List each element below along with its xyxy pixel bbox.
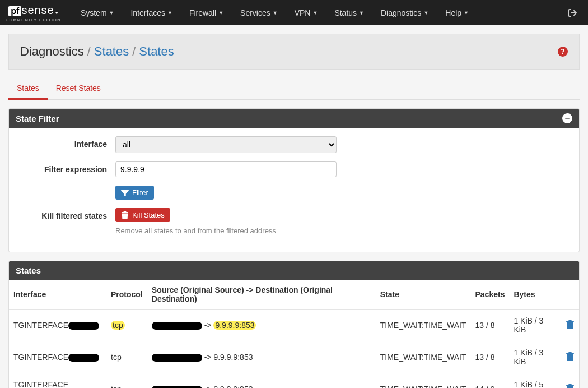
breadcrumb-separator: / (87, 44, 91, 59)
states-panel: States Interface Protocol Source (Origin… (8, 261, 580, 388)
table-row: TGINTERFACEtcp -> 9.9.9.9:853TIME_WAIT:T… (9, 310, 579, 341)
cell-actions (561, 373, 579, 389)
cell-bytes: 1 KiB / 5 KiB (509, 373, 561, 389)
logo-pf: pf (8, 6, 21, 16)
cell-protocol: tcp (106, 341, 147, 373)
filter-expression-input[interactable] (115, 161, 337, 177)
nav-item-status[interactable]: Status ▼ (326, 8, 372, 17)
nav-items: System ▼Interfaces ▼Firewall ▼Services ▼… (72, 8, 562, 17)
th-state: State (376, 280, 471, 310)
logo[interactable]: pf sense ● COMMUNITY EDITION (6, 4, 61, 22)
caret-icon: ▼ (312, 10, 318, 16)
nav-item-vpn[interactable]: VPN ▼ (286, 8, 326, 17)
caret-icon: ▼ (218, 10, 223, 16)
nav-item-system[interactable]: System ▼ (72, 8, 123, 17)
tab-reset-states[interactable]: Reset States (48, 78, 109, 99)
cell-bytes: 1 KiB / 3 KiB (509, 310, 561, 341)
filter-title: State Filter (16, 114, 59, 123)
states-tbody: TGINTERFACEtcp -> 9.9.9.9:853TIME_WAIT:T… (9, 310, 579, 389)
kill-states-button[interactable]: Kill States (115, 208, 170, 222)
breadcrumb: Diagnostics / States / States ? (8, 34, 580, 70)
nav-item-interfaces[interactable]: Interfaces ▼ (122, 8, 180, 17)
kill-label: Kill filtered states (20, 208, 115, 220)
breadcrumb-link-states[interactable]: States (94, 44, 129, 59)
th-packets: Packets (471, 280, 510, 310)
cell-interface: TGINTERFACE (9, 310, 106, 341)
logout-icon[interactable] (562, 8, 582, 18)
states-title: States (16, 266, 41, 275)
caret-icon: ▼ (464, 10, 469, 16)
cell-packets: 13 / 8 (471, 310, 510, 341)
collapse-icon[interactable] (562, 113, 572, 123)
delete-state-icon[interactable] (566, 354, 575, 363)
svg-rect-0 (565, 118, 570, 118)
nav-item-firewall[interactable]: Firewall ▼ (181, 8, 232, 17)
logo-sense: sense (21, 4, 54, 17)
nav-item-diagnostics[interactable]: Diagnostics ▼ (372, 8, 437, 17)
cell-srcdst: -> 9.9.9.9:853 (147, 373, 376, 389)
panel-header-filter: State Filter (9, 109, 579, 128)
nav-item-help[interactable]: Help ▼ (437, 8, 477, 17)
filter-icon (121, 189, 129, 197)
interface-label: Interface (20, 136, 115, 149)
cell-actions (561, 310, 579, 341)
states-table: Interface Protocol Source (Original Sour… (9, 280, 579, 388)
cell-interface: TGINTERFACE_ (9, 373, 106, 389)
cell-packets: 14 / 9 (471, 373, 510, 389)
cell-srcdst: -> 9.9.9.9:853 (147, 341, 376, 373)
breadcrumb-current: Diagnostics (20, 44, 84, 59)
cell-protocol: tcp (106, 373, 147, 389)
trash-icon (121, 211, 129, 219)
caret-icon: ▼ (109, 10, 114, 16)
table-row: TGINTERFACE_tcp -> 9.9.9.9:853TIME_WAIT:… (9, 373, 579, 389)
th-protocol: Protocol (106, 280, 147, 310)
kill-help-text: Remove all states to and from the filter… (115, 227, 568, 235)
delete-state-icon[interactable] (566, 322, 575, 331)
cell-bytes: 1 KiB / 3 KiB (509, 341, 561, 373)
th-actions (561, 280, 579, 310)
caret-icon: ▼ (423, 10, 428, 16)
cell-state: TIME_WAIT:TIME_WAIT (376, 310, 471, 341)
caret-icon: ▼ (359, 10, 364, 16)
caret-icon: ▼ (273, 10, 278, 16)
navbar: pf sense ● COMMUNITY EDITION System ▼Int… (0, 0, 588, 25)
th-interface: Interface (9, 280, 106, 310)
filter-expression-label: Filter expression (20, 161, 115, 174)
page-content: Diagnostics / States / States ? States R… (0, 25, 588, 388)
interface-select[interactable]: all (115, 136, 337, 153)
filter-body: Interface all Filter expression (9, 128, 579, 252)
table-row: TGINTERFACEtcp -> 9.9.9.9:853TIME_WAIT:T… (9, 341, 579, 373)
filter-button[interactable]: Filter (115, 186, 154, 200)
cell-srcdst: -> 9.9.9.9:853 (147, 310, 376, 341)
logo-subtitle: COMMUNITY EDITION (6, 18, 61, 22)
state-filter-panel: State Filter Interface all Filter expres… (8, 108, 580, 252)
tab-states[interactable]: States (8, 78, 48, 100)
cell-state: TIME_WAIT:TIME_WAIT (376, 341, 471, 373)
cell-interface: TGINTERFACE (9, 341, 106, 373)
cell-state: TIME_WAIT:TIME_WAIT (376, 373, 471, 389)
th-bytes: Bytes (509, 280, 561, 310)
th-srcdst: Source (Original Source) -> Destination … (147, 280, 376, 310)
caret-icon: ▼ (167, 10, 172, 16)
cell-protocol: tcp (106, 310, 147, 341)
nav-item-services[interactable]: Services ▼ (232, 8, 286, 17)
cell-packets: 13 / 8 (471, 341, 510, 373)
breadcrumb-separator: / (132, 44, 136, 59)
panel-header-states: States (9, 261, 579, 280)
logo-dot: ● (55, 10, 58, 15)
breadcrumb-link-states2[interactable]: States (139, 44, 174, 59)
cell-actions (561, 341, 579, 373)
delete-state-icon[interactable] (566, 386, 575, 388)
tabs: States Reset States (8, 78, 580, 100)
help-icon[interactable]: ? (558, 47, 568, 57)
